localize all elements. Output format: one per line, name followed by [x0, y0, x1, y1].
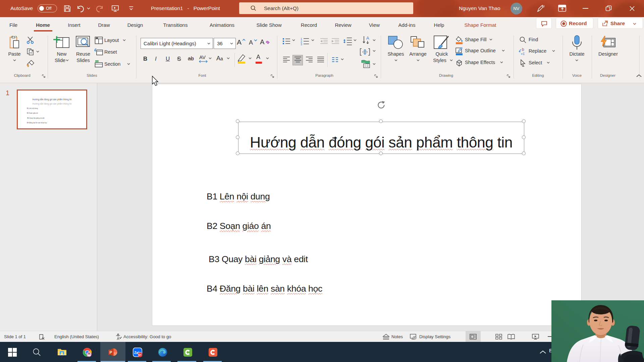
svg-text:c: c [523, 51, 525, 56]
svg-text:3: 3 [301, 43, 302, 45]
svg-text:A: A [366, 36, 369, 41]
svg-text:P: P [110, 350, 112, 354]
svg-text:5+: 5+ [138, 353, 142, 357]
